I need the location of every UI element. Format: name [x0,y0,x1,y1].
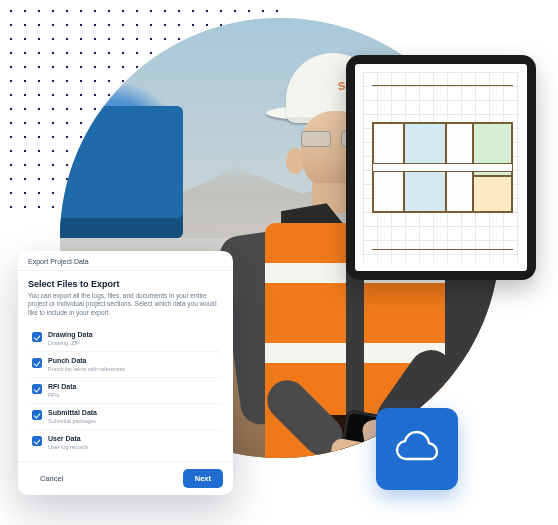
option-sub: Punch list items with references [48,366,219,372]
cloud-icon [393,429,441,469]
dimension-line-top [372,85,513,86]
option-sub: User log records [48,444,219,450]
dialog-title: Select Files to Export [28,279,223,289]
option-label: User Data [48,435,219,443]
tablet-mockup [346,55,536,280]
export-option-punch[interactable]: Punch Data Punch list items with referen… [28,351,223,377]
export-option-rfi[interactable]: RFI Data RFIs [28,377,223,403]
next-button[interactable]: Next [183,469,223,488]
export-option-user[interactable]: User Data User log records [28,429,223,455]
cloud-tile[interactable] [376,408,458,490]
option-label: Punch Data [48,357,219,365]
tablet-screen [355,64,527,271]
checkbox-icon[interactable] [32,410,42,420]
corridor [373,163,512,172]
cancel-button[interactable]: Cancel [28,469,75,488]
dialog-header: Export Project Data [18,251,233,271]
option-label: Drawing Data [48,331,219,339]
export-option-submittal[interactable]: Submittal Data Submittal packages [28,403,223,429]
dimension-line-bottom [372,249,513,250]
dialog-body: Select Files to Export You can export al… [18,271,233,461]
checkbox-icon[interactable] [32,332,42,342]
dialog-footer: Cancel Next [18,461,233,495]
export-dialog: Export Project Data Select Files to Expo… [18,251,233,495]
room-5 [473,176,512,212]
checkbox-icon[interactable] [32,436,42,446]
checkbox-icon[interactable] [32,384,42,394]
export-option-drawing[interactable]: Drawing Data Drawing .ZIP [28,326,223,351]
option-sub: Submittal packages [48,418,219,424]
option-label: RFI Data [48,383,219,391]
option-sub: Drawing .ZIP [48,340,219,346]
left-hand [327,437,379,458]
option-label: Submittal Data [48,409,219,417]
option-sub: RFIs [48,392,219,398]
floorplan [372,122,513,213]
dialog-description: You can export all the logs, files, and … [28,292,223,318]
checkbox-icon[interactable] [32,358,42,368]
